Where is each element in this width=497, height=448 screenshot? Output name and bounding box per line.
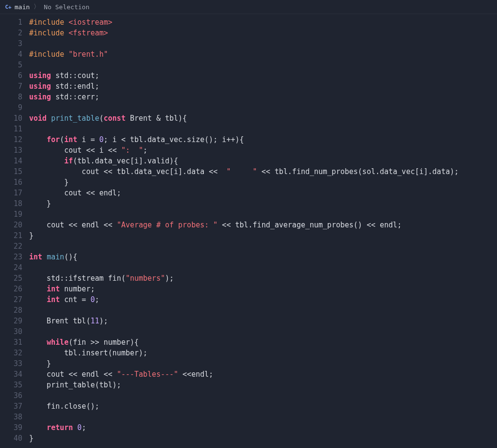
token-string: "brent.h" xyxy=(68,50,108,59)
code-content[interactable]: cout << i << ": "; xyxy=(29,145,497,156)
code-content[interactable]: } xyxy=(29,230,497,241)
code-line[interactable]: 35 print_table(tbl); xyxy=(0,380,497,390)
code-content[interactable]: cout << endl << "Average # of probes: " … xyxy=(29,220,497,230)
code-content[interactable] xyxy=(29,305,497,316)
code-content[interactable] xyxy=(29,102,497,113)
token-plain: cout << endl << xyxy=(29,221,117,229)
token-plain xyxy=(42,253,47,261)
code-content[interactable]: #include <iostream> xyxy=(29,17,497,28)
code-content[interactable]: } xyxy=(29,177,497,188)
code-line[interactable]: 21} xyxy=(0,230,497,241)
code-line[interactable]: 34 cout << endl << "---Tables---" <<endl… xyxy=(0,369,497,380)
code-content[interactable] xyxy=(29,412,497,422)
code-content[interactable]: Brent tbl(11); xyxy=(29,316,497,326)
token-plain: ); xyxy=(165,274,174,283)
token-plain: ( xyxy=(99,114,104,123)
code-content[interactable]: using std::endl; xyxy=(29,81,497,92)
code-content[interactable]: print_table(tbl); xyxy=(29,380,497,390)
code-line[interactable]: 13 cout << i << ": "; xyxy=(0,145,497,156)
code-line[interactable]: 15 cout << tbl.data_vec[i].data << " " <… xyxy=(0,166,497,177)
token-plain: print_table(tbl); xyxy=(29,381,121,389)
line-number: 35 xyxy=(0,380,29,390)
code-line[interactable]: 30 xyxy=(0,326,497,337)
code-content[interactable] xyxy=(29,60,497,70)
code-content[interactable]: return 0; xyxy=(29,422,497,433)
token-keyword: using xyxy=(29,93,51,101)
code-line[interactable]: 12 for(int i = 0; i < tbl.data_vec.size(… xyxy=(0,134,497,145)
code-line[interactable]: 23int main(){ xyxy=(0,252,497,262)
code-line[interactable]: 31 while(fin >> number){ xyxy=(0,337,497,348)
code-content[interactable]: } xyxy=(29,433,497,444)
token-keyword: for xyxy=(47,135,60,144)
breadcrumb-file[interactable]: main xyxy=(15,3,30,11)
code-content[interactable]: using std::cout; xyxy=(29,70,497,81)
code-content[interactable] xyxy=(29,124,497,134)
line-number: 2 xyxy=(0,28,29,38)
code-line[interactable]: 8using std::cerr; xyxy=(0,92,497,102)
token-plain: ( xyxy=(60,135,64,144)
code-content[interactable]: int main(){ xyxy=(29,252,497,262)
code-line[interactable]: 17 cout << endl; xyxy=(0,188,497,198)
code-line[interactable]: 14 if(tbl.data_vec[i].valid){ xyxy=(0,156,497,166)
code-line[interactable]: 38 xyxy=(0,412,497,422)
code-content[interactable]: } xyxy=(29,358,497,369)
code-line[interactable]: 10void print_table(const Brent & tbl){ xyxy=(0,113,497,124)
code-line[interactable]: 25 std::ifstream fin("numbers"); xyxy=(0,273,497,284)
code-line[interactable]: 33 } xyxy=(0,358,497,369)
code-content[interactable]: #include "brent.h" xyxy=(29,49,497,60)
code-line[interactable]: 29 Brent tbl(11); xyxy=(0,316,497,326)
code-content[interactable] xyxy=(29,241,497,252)
token-plain: std::cerr; xyxy=(51,93,99,101)
code-line[interactable]: 6using std::cout; xyxy=(0,70,497,81)
code-line[interactable]: 32 tbl.insert(number); xyxy=(0,348,497,358)
line-number: 3 xyxy=(0,38,29,49)
code-line[interactable]: 40} xyxy=(0,433,497,444)
token-plain: ; xyxy=(82,423,86,432)
code-line[interactable]: 9 xyxy=(0,102,497,113)
code-line[interactable]: 27 int cnt = 0; xyxy=(0,294,497,305)
code-line[interactable]: 5 xyxy=(0,60,497,70)
code-content[interactable]: if(tbl.data_vec[i].valid){ xyxy=(29,156,497,166)
breadcrumb-selection[interactable]: No Selection xyxy=(44,3,89,11)
code-content[interactable] xyxy=(29,390,497,401)
code-content[interactable]: using std::cerr; xyxy=(29,92,497,102)
code-line[interactable]: 18 } xyxy=(0,198,497,209)
code-content[interactable]: int number; xyxy=(29,284,497,294)
code-line[interactable]: 36 xyxy=(0,390,497,401)
code-content[interactable]: fin.close(); xyxy=(29,401,497,412)
code-content[interactable] xyxy=(29,326,497,337)
code-line[interactable]: 19 xyxy=(0,209,497,220)
token-string: <iostream> xyxy=(68,18,112,27)
code-line[interactable]: 20 cout << endl << "Average # of probes:… xyxy=(0,220,497,230)
breadcrumb[interactable]: C+ main 〉 No Selection xyxy=(0,0,497,14)
code-content[interactable]: while(fin >> number){ xyxy=(29,337,497,348)
code-content[interactable]: tbl.insert(number); xyxy=(29,348,497,358)
code-line[interactable]: 39 return 0; xyxy=(0,422,497,433)
code-content[interactable] xyxy=(29,209,497,220)
code-content[interactable]: int cnt = 0; xyxy=(29,294,497,305)
code-line[interactable]: 4#include "brent.h" xyxy=(0,49,497,60)
code-content[interactable]: for(int i = 0; i < tbl.data_vec.size(); … xyxy=(29,134,497,145)
code-content[interactable]: cout << tbl.data_vec[i].data << " " << t… xyxy=(29,166,497,177)
code-content[interactable]: cout << endl << "---Tables---" <<endl; xyxy=(29,369,497,380)
code-content[interactable] xyxy=(29,38,497,49)
code-line[interactable]: 7using std::endl; xyxy=(0,81,497,92)
code-line[interactable]: 37 fin.close(); xyxy=(0,401,497,412)
code-content[interactable]: std::ifstream fin("numbers"); xyxy=(29,273,497,284)
code-content[interactable]: } xyxy=(29,198,497,209)
code-line[interactable]: 22 xyxy=(0,241,497,252)
token-keyword: return xyxy=(47,423,73,432)
code-line[interactable]: 16 } xyxy=(0,177,497,188)
code-content[interactable]: #include <fstream> xyxy=(29,28,497,38)
code-content[interactable] xyxy=(29,262,497,273)
code-content[interactable]: cout << endl; xyxy=(29,188,497,198)
code-line[interactable]: 26 int number; xyxy=(0,284,497,294)
code-line[interactable]: 1#include <iostream> xyxy=(0,17,497,28)
code-line[interactable]: 2#include <fstream> xyxy=(0,28,497,38)
code-line[interactable]: 24 xyxy=(0,262,497,273)
code-content[interactable]: void print_table(const Brent & tbl){ xyxy=(29,113,497,124)
code-editor[interactable]: 1#include <iostream>2#include <fstream>3… xyxy=(0,14,497,444)
code-line[interactable]: 28 xyxy=(0,305,497,316)
code-line[interactable]: 3 xyxy=(0,38,497,49)
code-line[interactable]: 11 xyxy=(0,124,497,134)
